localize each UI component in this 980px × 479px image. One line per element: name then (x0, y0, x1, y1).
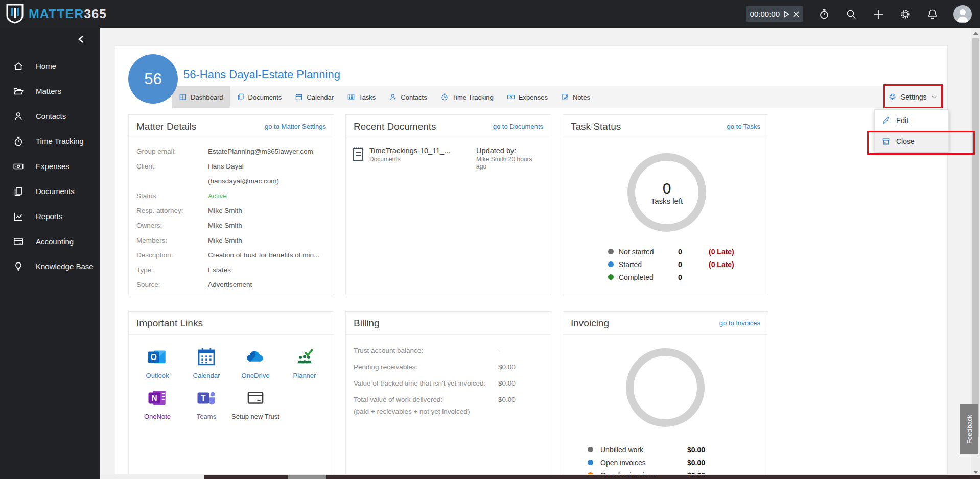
sidebar-item-time-tracking[interactable]: Time Tracking (0, 129, 100, 154)
person-icon (13, 111, 24, 122)
scroll-up-arrow-icon[interactable] (973, 32, 978, 35)
sidebar-item-accounting[interactable]: Accounting (0, 229, 100, 254)
tab-label: Documents (248, 93, 282, 101)
avatar[interactable] (953, 5, 972, 23)
tasks-left-count: 0 (663, 180, 671, 197)
sidebar-item-label: Contacts (36, 112, 66, 121)
sidebar-item-label: Reports (36, 212, 63, 221)
link-onedrive[interactable]: OneDrive (231, 346, 280, 380)
matter-page: 56 56-Hans Dayal-Estate Planning Dashboa… (115, 45, 948, 475)
link-calendar[interactable]: Calendar (182, 346, 231, 380)
link-outlook[interactable]: O Outlook (133, 346, 182, 380)
tab-notes[interactable]: Notes (554, 86, 597, 108)
menu-item-edit[interactable]: Edit (875, 110, 948, 131)
detail-row: Source:Advertisement (136, 280, 326, 290)
sidebar-item-documents[interactable]: Documents (0, 179, 100, 204)
link-setup-new-trust[interactable]: Setup new Trust (231, 387, 280, 421)
detail-row: Members:Mike Smith (136, 235, 326, 245)
go-to-matter-settings-link[interactable]: go to Matter Settings (265, 123, 326, 130)
tasks-icon (347, 93, 355, 101)
card-title: Billing (354, 318, 380, 329)
scroll-down-arrow-icon[interactable] (973, 471, 978, 474)
settings-dropdown-menu: Edit Close (874, 109, 949, 152)
sidebar-item-reports[interactable]: Reports (0, 204, 100, 229)
tab-label: Contacts (401, 93, 427, 101)
timer-play-icon[interactable] (783, 11, 790, 18)
dashboard-icon (179, 93, 187, 101)
detail-row: Group email:EstatePlanning@m365lawyer.co… (136, 147, 326, 156)
card-title: Important Links (136, 318, 203, 329)
sidebar-item-expenses[interactable]: Expenses (0, 154, 100, 179)
timer-widget[interactable]: 00:00:00 (746, 6, 803, 22)
legend-row-started: Started 0 (0 Late) (563, 258, 768, 271)
tab-calendar[interactable]: Calendar (288, 86, 340, 108)
brand-logo[interactable]: MATTER365 (6, 4, 107, 24)
teams-icon: T (196, 387, 217, 409)
tab-time-tracking[interactable]: Time Tracking (434, 86, 500, 108)
detail-row: Resp. attorney:Mike Smith (136, 206, 326, 215)
sidebar-item-contacts[interactable]: Contacts (0, 104, 100, 129)
card-icon (13, 236, 24, 247)
settings-button[interactable]: Settings (888, 87, 938, 107)
stopwatch-icon[interactable] (818, 8, 830, 20)
tab-label: Tasks (359, 93, 376, 101)
billing-note: (paid + recievables + not yet invoiced) (354, 408, 543, 415)
tab-label: Expenses (519, 93, 548, 101)
document-category: Documents (369, 156, 476, 163)
tab-label: Calendar (307, 93, 334, 101)
card-title: Recent Documents (354, 121, 436, 132)
invoicing-donut-chart (626, 348, 705, 427)
tab-tasks[interactable]: Tasks (340, 86, 382, 108)
sidebar-item-home[interactable]: Home (0, 54, 100, 79)
menu-item-label: Close (896, 137, 915, 146)
link-onenote[interactable]: N OneNote (133, 387, 182, 421)
gear-icon (888, 92, 897, 101)
note-icon (561, 93, 569, 101)
document-list-item[interactable]: TimeTrackings-10_11_... Documents Update… (346, 138, 551, 170)
tab-contacts[interactable]: Contacts (382, 86, 433, 108)
office-calendar-icon (196, 346, 217, 368)
sidebar-collapse-icon[interactable] (77, 35, 85, 43)
plus-icon[interactable] (872, 8, 884, 20)
archive-icon (882, 137, 890, 146)
tab-dashboard[interactable]: Dashboard (172, 86, 230, 108)
bell-icon[interactable] (926, 8, 939, 20)
go-to-documents-link[interactable]: go to Documents (493, 123, 543, 130)
card-task-status: Task Status go to Tasks 0 Tasks left Not… (563, 114, 768, 295)
status-badge: Active (208, 191, 227, 201)
pencil-icon (882, 116, 890, 125)
sidebar-item-label: Matters (36, 87, 61, 95)
sidebar: Home Matters Contacts Time Tracking (0, 28, 100, 479)
timer-value: 00:00:00 (750, 10, 780, 18)
not-started-dot (608, 249, 614, 254)
menu-item-close[interactable]: Close (875, 131, 948, 152)
chevron-down-icon (931, 93, 938, 100)
go-to-tasks-link[interactable]: go to Tasks (727, 123, 760, 130)
settings-label: Settings (901, 93, 927, 101)
feedback-tab[interactable]: Feedback (960, 404, 978, 454)
link-planner[interactable]: Planner (280, 346, 329, 380)
go-to-invoices-link[interactable]: go to Invoices (719, 319, 760, 327)
tab-label: Dashboard (191, 93, 223, 101)
lightbulb-icon (13, 261, 24, 272)
banknote-icon (507, 93, 515, 101)
sidebar-item-label: Documents (36, 187, 75, 196)
topbar: MATTER365 00:00:00 (0, 0, 980, 28)
document-name: TimeTrackings-10_11_... (369, 147, 476, 155)
timer-close-icon[interactable] (793, 11, 799, 17)
sidebar-item-matters[interactable]: Matters (0, 79, 100, 104)
tab-documents[interactable]: Documents (230, 86, 289, 108)
matter-title[interactable]: 56-Hans Dayal-Estate Planning (183, 68, 340, 81)
sidebar-item-knowledge-base[interactable]: Knowledge Base (0, 254, 100, 279)
sidebar-item-label: Accounting (36, 237, 74, 246)
link-teams[interactable]: T Teams (182, 387, 231, 421)
menu-item-label: Edit (896, 116, 908, 125)
scrollbar-thumb[interactable] (972, 38, 979, 437)
open-invoices-dot (588, 460, 593, 465)
tab-expenses[interactable]: Expenses (500, 86, 554, 108)
trust-card-icon (245, 387, 266, 409)
gear-icon[interactable] (899, 8, 912, 20)
search-icon[interactable] (845, 8, 857, 20)
legend-row-completed: Completed 0 (563, 271, 768, 283)
completed-dot (608, 274, 614, 280)
